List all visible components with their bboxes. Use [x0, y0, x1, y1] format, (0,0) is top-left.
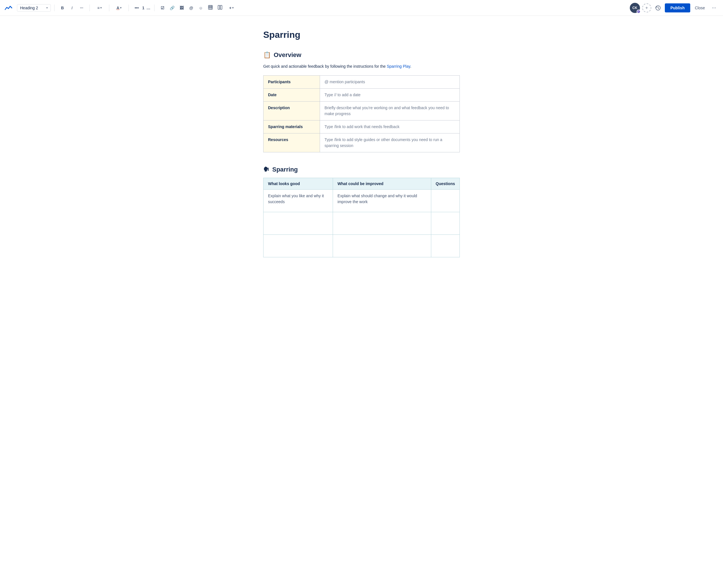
sparring-cell-empty[interactable]: [333, 234, 431, 257]
text-color-button[interactable]: A ▾: [113, 3, 125, 13]
overview-row-label: Participants: [263, 75, 320, 88]
app-logo[interactable]: [4, 4, 13, 12]
overview-row-value[interactable]: Briefly describe what you're working on …: [320, 101, 460, 120]
table-button[interactable]: [206, 3, 215, 13]
close-button[interactable]: Close: [692, 4, 707, 11]
sparring-cell-empty[interactable]: [431, 189, 460, 212]
sparring-cell-content[interactable]: Explain what you like and why it succeed…: [263, 189, 333, 212]
overview-heading: 📋 Overview: [263, 51, 460, 59]
overview-table-row[interactable]: Participants@ mention participants: [263, 75, 460, 88]
insert-buttons: ☑ 🔗 🖼 @ ☺: [158, 3, 238, 13]
overview-table-row[interactable]: Sparring materialsType /link to add work…: [263, 120, 460, 133]
people-icon: 🗣: [263, 166, 269, 173]
overview-row-value[interactable]: Type /link to add style guides or other …: [320, 133, 460, 152]
columns-icon: [218, 5, 222, 10]
overview-section: 📋 Overview Get quick and actionable feed…: [263, 51, 460, 152]
mention-button[interactable]: @: [187, 3, 196, 13]
image-icon: 🖼: [180, 6, 184, 10]
toolbar-divider-5: [154, 4, 155, 11]
overview-row-value[interactable]: Type /link to add work that needs feedba…: [320, 120, 460, 133]
sparring-column-header: Questions: [431, 178, 460, 189]
sparring-table-row[interactable]: [263, 234, 460, 257]
sparring-play-link[interactable]: Sparring Play: [387, 64, 410, 68]
toolbar-divider-1: [54, 4, 55, 11]
overview-table-row[interactable]: DescriptionBriefly describe what you're …: [263, 101, 460, 120]
heading-selector[interactable]: Heading 2 ▾: [17, 4, 51, 12]
sparring-cell-content[interactable]: Explain what should change and why it wo…: [333, 189, 431, 212]
overview-table: Participants@ mention participantsDateTy…: [263, 75, 460, 152]
insert-chevron-icon: ▾: [232, 6, 234, 9]
sparring-section: 🗣 Sparring What looks goodWhat could be …: [263, 166, 460, 257]
chevron-down-icon: ▾: [46, 6, 48, 9]
sparring-table: What looks goodWhat could be improvedQue…: [263, 178, 460, 257]
publish-button[interactable]: Publish: [665, 3, 690, 13]
svg-rect-6: [220, 5, 222, 9]
overview-intro: Get quick and actionable feedback by fol…: [263, 63, 460, 69]
clipboard-icon: 📋: [263, 51, 271, 59]
toolbar-right: CK C + Publish Close ···: [630, 3, 719, 13]
overview-row-value[interactable]: Type // to add a date: [320, 88, 460, 101]
link-button[interactable]: 🔗: [167, 3, 177, 13]
content-area: Sparring 📋 Overview Get quick and action…: [254, 16, 469, 280]
table-icon: [208, 5, 213, 10]
overview-row-label: Resources: [263, 133, 320, 152]
overview-heading-text: Overview: [274, 51, 301, 59]
page-title[interactable]: Sparring: [263, 29, 460, 40]
sparring-column-header: What could be improved: [333, 178, 431, 189]
italic-button[interactable]: I: [67, 3, 77, 13]
version-history-button[interactable]: [654, 3, 663, 13]
sparring-cell-empty[interactable]: [431, 234, 460, 257]
sparring-table-row[interactable]: Explain what you like and why it succeed…: [263, 189, 460, 212]
heading-selector-label: Heading 2: [20, 6, 38, 10]
sparring-cell-empty[interactable]: [263, 234, 333, 257]
more-format-icon: ···: [80, 6, 83, 10]
plus-icon: +: [645, 5, 648, 10]
sparring-header-row: What looks goodWhat could be improvedQue…: [263, 178, 460, 189]
overview-table-row[interactable]: DateType // to add a date: [263, 88, 460, 101]
sparring-cell-empty[interactable]: [263, 212, 333, 234]
add-collaborator-button[interactable]: +: [642, 3, 651, 13]
align-icon: ≡: [97, 6, 99, 10]
intro-text-after: .: [410, 64, 411, 68]
sparring-cell-empty[interactable]: [431, 212, 460, 234]
overview-table-row[interactable]: ResourcesType /link to add style guides …: [263, 133, 460, 152]
bullet-list-icon: •••: [135, 6, 139, 10]
toolbar-divider-2: [89, 4, 90, 11]
color-chevron-icon: ▾: [120, 6, 121, 9]
emoji-icon: ☺: [199, 6, 203, 10]
list-buttons: ••• 1 …: [132, 3, 151, 13]
sparring-table-row[interactable]: [263, 212, 460, 234]
sparring-cell-empty[interactable]: [333, 212, 431, 234]
task-button[interactable]: ☑: [158, 3, 167, 13]
svg-rect-0: [208, 5, 213, 9]
task-icon: ☑: [161, 6, 164, 10]
columns-button[interactable]: [216, 3, 224, 13]
sparring-column-header: What looks good: [263, 178, 333, 189]
history-icon: [655, 5, 661, 11]
emoji-button[interactable]: ☺: [196, 3, 205, 13]
numbered-list-icon: 1 …: [142, 6, 150, 10]
overview-row-label: Sparring materials: [263, 120, 320, 133]
overview-row-label: Date: [263, 88, 320, 101]
align-button[interactable]: ≡ ▾: [93, 3, 106, 13]
image-button[interactable]: 🖼: [177, 3, 186, 13]
bold-icon: B: [61, 6, 64, 10]
plus-icon: +: [229, 6, 231, 10]
toolbar: Heading 2 ▾ B I ··· ≡ ▾ A ▾ ••• 1 …: [0, 0, 723, 16]
bold-button[interactable]: B: [58, 3, 67, 13]
overview-row-value[interactable]: @ mention participants: [320, 75, 460, 88]
more-format-button[interactable]: ···: [77, 3, 86, 13]
avatar-initials: CK: [632, 6, 637, 10]
bullet-list-button[interactable]: •••: [132, 3, 141, 13]
avatar[interactable]: CK C: [630, 3, 640, 13]
intro-text-before: Get quick and actionable feedback by fol…: [263, 64, 387, 68]
overview-row-label: Description: [263, 101, 320, 120]
close-label: Close: [695, 6, 705, 10]
insert-more-button[interactable]: + ▾: [225, 3, 238, 13]
link-icon: 🔗: [170, 6, 175, 10]
more-options-button[interactable]: ···: [709, 3, 719, 13]
italic-icon: I: [72, 6, 73, 10]
numbered-list-button[interactable]: 1 …: [142, 3, 151, 13]
format-buttons: B I ···: [58, 3, 86, 13]
align-chevron-icon: ▾: [100, 6, 102, 9]
